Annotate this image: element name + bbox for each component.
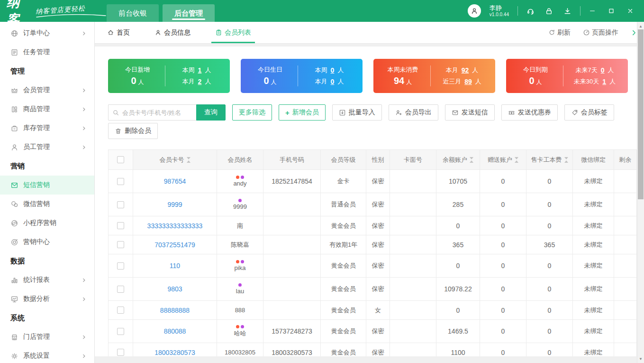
avatar[interactable] — [468, 4, 481, 18]
subline-value[interactable]: 0 — [331, 78, 335, 85]
sidebar-item-label: 库存管理 — [23, 124, 77, 132]
subline-value[interactable]: 2 — [198, 78, 202, 85]
sidebar-item-订单中心[interactable]: 订单中心 — [0, 24, 94, 43]
member-tag-button[interactable]: 会员标签 — [564, 104, 614, 121]
member-card-link[interactable]: 9803 — [167, 285, 182, 293]
search-input[interactable] — [122, 109, 192, 116]
level-cell: 有效期1年 — [321, 235, 366, 254]
card-subline: 未来7天0人 — [575, 66, 614, 74]
member-card-link[interactable]: 880088 — [164, 327, 186, 335]
member-name-cell: 888 — [217, 301, 263, 320]
scroll-up-arrow[interactable]: ▲ — [637, 23, 644, 29]
member-card-link[interactable]: 987654 — [164, 177, 186, 185]
member-export-button[interactable]: 会员导出 — [389, 104, 438, 121]
member-card-link[interactable]: 9999 — [167, 201, 182, 208]
wechat-cell: 未绑定 — [573, 254, 614, 278]
send-coupon-button[interactable]: 发送优惠券 — [501, 104, 558, 121]
sidebar-item-小程序营销[interactable]: 小程序营销 — [0, 214, 94, 233]
stat-card-today-expire: 今日到期0人未来7天0人未来30天1人 — [506, 59, 628, 93]
search-button[interactable]: 查询 — [196, 104, 226, 121]
scrollbar-thumb[interactable] — [638, 29, 644, 199]
horizontal-scrollbar-track[interactable] — [95, 356, 644, 363]
sidebar-item-数据分析[interactable]: 数据分析 — [0, 289, 94, 308]
delete-member-button[interactable]: 删除会员 — [108, 123, 158, 139]
sort-icon[interactable] — [187, 157, 190, 163]
card-unit: 人 — [138, 79, 144, 85]
sort-icon[interactable] — [564, 157, 568, 163]
sidebar-item-库存管理[interactable]: 库存管理 — [0, 119, 94, 138]
member-name-cell: pika — [217, 254, 263, 278]
download-icon[interactable] — [563, 7, 571, 15]
sidebar-item-员工管理[interactable]: 员工管理 — [0, 138, 94, 157]
tab-会员信息[interactable]: 会员信息 — [154, 22, 191, 43]
row-checkbox[interactable] — [117, 201, 124, 208]
subline-label: 本周 — [315, 66, 327, 74]
row-checkbox[interactable] — [117, 349, 124, 356]
expand-chevron-icon[interactable] — [631, 29, 637, 36]
member-name: andy — [233, 180, 246, 187]
sidebar-item-系统设置[interactable]: 系统设置 — [0, 346, 94, 363]
tab-首页[interactable]: 首页 — [106, 22, 131, 43]
member-name: 南 — [237, 222, 243, 230]
col-label: 会员等级 — [331, 156, 356, 164]
add-member-button[interactable]: +新增会员 — [279, 104, 326, 121]
row-checkbox[interactable] — [117, 241, 124, 248]
tab-会员列表[interactable]: 会员列表 — [214, 22, 252, 43]
chevron-right-icon — [82, 107, 87, 112]
row-checkbox[interactable] — [117, 262, 124, 270]
row-checkbox-cell — [109, 216, 133, 235]
scroll-down-arrow[interactable]: ▼ — [637, 355, 644, 362]
wechat-cell: 未绑定 — [573, 235, 614, 254]
send-sms-button[interactable]: 发送短信 — [445, 104, 495, 121]
card-subline: 近三月89人 — [443, 77, 481, 86]
lock-icon[interactable] — [545, 7, 553, 15]
sidebar-item-营销中心[interactable]: 营销中心 — [0, 233, 94, 251]
support-icon[interactable] — [526, 7, 535, 15]
minimize-button[interactable] — [589, 8, 596, 14]
level-cell: 黄金会员 — [321, 254, 366, 278]
subline-value[interactable]: 0 — [601, 66, 605, 74]
batch-import-button[interactable]: 批量导入 — [332, 104, 382, 121]
row-checkbox[interactable] — [117, 307, 124, 314]
refresh-button[interactable]: 刷新 — [548, 28, 571, 37]
sidebar-item-商品管理[interactable]: 商品管理 — [0, 100, 94, 119]
subline-value[interactable]: 92 — [462, 66, 469, 74]
subline-value[interactable]: 0 — [331, 66, 335, 74]
sidebar-item-统计报表[interactable]: 统计报表 — [0, 270, 94, 289]
plus-icon: + — [285, 109, 290, 116]
maximize-button[interactable] — [608, 8, 615, 14]
phone-cell — [263, 216, 321, 235]
sidebar-item-微信营销[interactable]: 微信营销 — [0, 195, 94, 214]
table-header-row: 会员卡号会员姓名手机号码会员等级性别卡面号余额账户赠送账户售卡工本费微信绑定剩余 — [109, 150, 636, 170]
app-version: v1.0.0.44 — [490, 12, 509, 18]
top-nav-tab-前台收银[interactable]: 前台收银 — [107, 4, 159, 22]
row-checkbox[interactable] — [117, 222, 124, 229]
row-checkbox[interactable] — [117, 178, 124, 185]
row-checkbox[interactable] — [117, 286, 124, 293]
select-all-checkbox[interactable] — [117, 156, 124, 163]
sidebar-item-短信营销[interactable]: 短信营销 — [0, 176, 94, 195]
card-main: 今日新增0人 — [115, 65, 160, 86]
row-checkbox[interactable] — [117, 328, 124, 335]
member-card-link[interactable]: 88888888 — [160, 307, 190, 314]
member-card-link[interactable]: 110 — [170, 262, 180, 270]
member-card-link[interactable]: 18003280573 — [154, 349, 195, 356]
sidebar-item-任务管理[interactable]: 任务管理 — [0, 43, 94, 62]
member-card-link[interactable]: 70372551479 — [154, 241, 195, 249]
col-header-性别: 性别 — [366, 150, 390, 170]
sort-icon[interactable] — [515, 157, 518, 163]
close-button[interactable] — [627, 8, 634, 14]
member-card-link[interactable]: 333333333333333 — [147, 222, 203, 230]
top-nav-tab-后台管理[interactable]: 后台管理 — [163, 4, 215, 22]
subline-value[interactable]: 1 — [602, 78, 606, 85]
sort-icon[interactable] — [470, 157, 473, 163]
sidebar-item-门店管理[interactable]: 门店管理 — [0, 327, 94, 346]
sidebar-section-数据: 数据 — [0, 251, 94, 270]
page-actions-button[interactable]: 页面操作 — [583, 28, 618, 37]
subline-value[interactable]: 1 — [198, 66, 202, 74]
sidebar-item-会员管理[interactable]: 会员管理 — [0, 81, 94, 100]
col-label: 卡面号 — [404, 156, 422, 164]
more-filters-button[interactable]: 更多筛选 — [232, 104, 272, 121]
gender-cell: 保密 — [366, 235, 390, 254]
subline-value[interactable]: 89 — [464, 78, 472, 85]
